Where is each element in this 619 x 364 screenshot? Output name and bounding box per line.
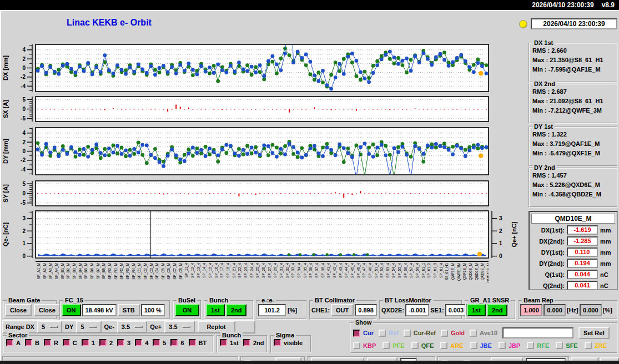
beam-gate-close-1-button[interactable]: Close [5,304,32,316]
show-checkbox-jbe[interactable]: JBE [470,342,492,349]
show-checkbox-are[interactable]: ARE [440,342,463,349]
checkbox-icon[interactable] [189,339,196,346]
sector-checkbox-5[interactable]: 5 [153,339,166,346]
checkbox-icon[interactable] [499,342,506,349]
set-ref-button[interactable]: Set Ref [578,327,610,339]
sector-checkbox-2[interactable]: 2 [99,339,113,346]
window-bottom-edge [0,361,619,364]
se1-label: SE1: [430,307,444,314]
checkbox-icon[interactable] [63,339,70,346]
checkbox-label: PFE [392,342,404,349]
checkbox-label: B [35,340,39,346]
checkbox-icon[interactable] [44,339,51,346]
sigma-checkbox-visible[interactable]: visible [274,339,303,346]
stat-rms: RMS : 2.660 [532,46,614,55]
checkbox-icon[interactable] [527,342,534,349]
sector-checkbox-a[interactable]: A [6,339,21,346]
checkbox-icon[interactable] [243,339,250,346]
show-checkbox-kbp[interactable]: KBP [353,342,376,349]
bunch-checkbox-1st[interactable]: 1st [220,339,239,346]
bunch-checkbox-2nd[interactable]: 2nd [243,339,264,346]
checkbox-icon[interactable] [153,339,160,346]
show-checkbox-cur-ref[interactable]: Cur-Ref [404,330,436,337]
checkbox-label: visible [284,340,303,346]
beam-rep-value-3: 0.000 [580,304,602,316]
show-checkbox-zre[interactable]: ZRE [585,342,607,349]
qmd-row-value: 0.110 [567,247,598,257]
sector-checkbox-4[interactable]: 4 [135,339,148,346]
sector-checkbox-c[interactable]: C [63,339,77,346]
svg-text:1: 1 [499,240,502,246]
checkbox-icon[interactable] [470,330,477,337]
bunch-2nd-button[interactable]: 2nd [226,304,247,316]
show-checkbox-jbp[interactable]: JBP [499,342,520,349]
svg-text:-5: -5 [21,200,26,206]
show-checkbox-ave10[interactable]: Ave10 [470,330,497,337]
checkbox-icon[interactable] [470,342,477,349]
checkbox-icon[interactable] [379,330,386,337]
checkbox-icon[interactable] [220,339,227,346]
qmd-row-value: 0.194 [567,259,598,268]
bpm-x-label: SP_22_4 [238,263,241,278]
checkbox-label: BT [199,340,207,346]
gr-a1-1st-button[interactable]: 1st [467,304,486,316]
checkbox-icon[interactable] [170,339,178,346]
checkbox-icon[interactable] [135,339,142,346]
range-dx-dropdown[interactable]: 5 [37,321,62,333]
bpm-x-label: QXD2E_M [480,263,484,280]
show-checkbox-pfe[interactable]: PFE [383,342,404,349]
fc15-stb-button[interactable]: STB [118,304,140,316]
range-qep-dropdown[interactable]: 3.5 [164,321,194,333]
ref-name-input[interactable] [502,327,573,338]
checkbox-label: JBP [509,342,520,349]
checkbox-icon[interactable] [585,342,592,349]
show-checkbox-rfe[interactable]: RFE [527,342,549,349]
bpm-x-label: SP_37_4 [315,263,319,278]
bunch-1st-button[interactable]: 1st [206,304,225,316]
show-checkbox-qfe[interactable]: QFE [411,342,434,349]
busel-on-button[interactable]: ON [175,304,199,316]
range-dy-dropdown[interactable]: 5 [76,321,101,333]
checkbox-icon[interactable] [6,339,13,346]
checkbox-icon[interactable] [274,339,281,346]
show-checkbox-ref[interactable]: Ref [379,330,399,337]
checkbox-icon[interactable] [25,339,32,346]
checkbox-label: Ave10 [480,330,497,336]
checkbox-icon[interactable] [383,342,390,349]
sector-checkbox-r[interactable]: R [44,339,58,346]
stat-min: Min : -4.358@QBD2E_M [532,190,614,199]
qmd-row-label: Q(1st): [531,271,565,278]
checkbox-icon[interactable] [411,342,419,349]
range-qem-dropdown[interactable]: 3.5 [117,321,147,333]
replot-button[interactable]: Replot [198,321,235,333]
sector-checkbox-b[interactable]: B [25,339,39,346]
checkbox-icon[interactable] [556,342,563,349]
sector-checkbox-6[interactable]: 6 [170,339,184,346]
fc15-on-button[interactable]: ON [62,304,81,316]
app-window: 2026/04/10 23:00:39 v8.9 Linac KEKB e- O… [0,0,619,364]
show-checkbox-gold[interactable]: Gold [441,330,465,337]
gr-a1-2nd-button[interactable]: 2nd [487,304,508,316]
svg-text:2: 2 [22,56,26,62]
svg-text:1: 1 [22,240,26,246]
svg-text:-2: -2 [21,74,26,80]
bpm-x-label: QAF1E_M [451,263,455,280]
show-checkbox-cur[interactable]: Cur [353,330,374,337]
checkbox-icon[interactable] [82,339,89,346]
show-checkbox-sfe[interactable]: SFE [556,342,577,349]
sector-checkbox-3[interactable]: 3 [117,339,130,346]
checkbox-icon[interactable] [117,339,124,346]
bpm-x-label: SP_B3_M [72,263,76,279]
sector-checkbox-1[interactable]: 1 [82,339,95,346]
sector-checkbox-bt[interactable]: BT [189,339,207,346]
checkbox-icon[interactable] [353,342,360,349]
che1-out-button[interactable]: OUT [331,304,354,316]
checkbox-icon[interactable] [353,330,360,337]
beam-gate-close-2-button[interactable]: Close [34,304,61,316]
checkbox-icon[interactable] [440,342,447,349]
checkbox-icon[interactable] [441,330,448,337]
bpm-x-label: SP_61_2 [427,263,431,278]
checkbox-icon[interactable] [99,339,107,346]
stats-dy-2nd: DY 2nd RMS : 1.457 Max : 5.226@QXD6E_M M… [529,168,618,208]
checkbox-icon[interactable] [404,330,411,337]
